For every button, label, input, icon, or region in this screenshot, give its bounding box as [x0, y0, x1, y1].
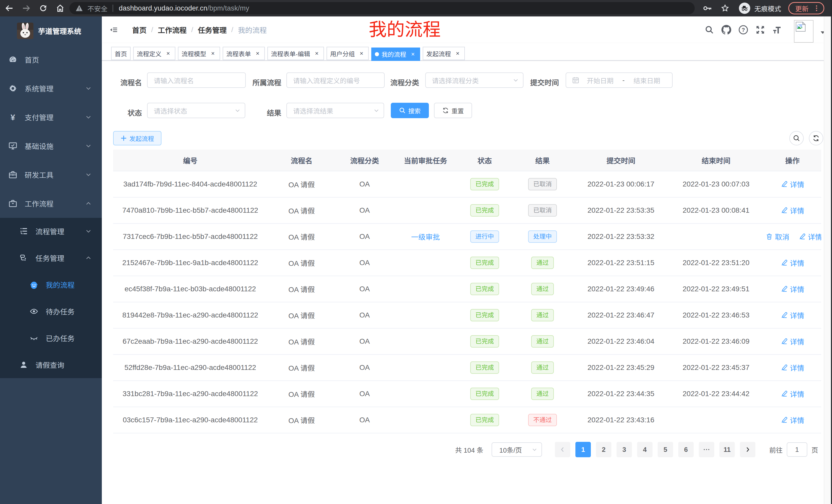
tab-流程表单-编辑[interactable]: 流程表单-编辑×: [267, 47, 324, 60]
not-secure-warning-icon[interactable]: [75, 4, 84, 13]
close-icon[interactable]: ×: [209, 50, 216, 57]
github-icon[interactable]: [718, 17, 735, 43]
breadcrumb-task[interactable]: 任务管理: [198, 25, 227, 35]
cell-name: OA 请假: [267, 223, 336, 250]
detail-link[interactable]: 详情: [799, 231, 821, 242]
sidebar-item-2[interactable]: ¥支付管理: [0, 103, 102, 132]
refresh-icon: [442, 107, 449, 114]
search-button[interactable]: 搜索: [391, 103, 429, 118]
next-page-button[interactable]: [740, 442, 755, 457]
filter-category-select[interactable]: 请选择流程分类: [425, 73, 523, 88]
cell-submit-time: 2022-01-22 23:45:29: [573, 355, 669, 381]
scrollbar-track[interactable]: [824, 17, 831, 504]
filter-time-range[interactable]: 开始日期 - 结束日期: [566, 73, 673, 88]
tab-流程定义[interactable]: 流程定义×: [133, 47, 175, 60]
sidebar-item-0[interactable]: 首页: [0, 45, 102, 74]
sidebar-item-1[interactable]: 系统管理: [0, 74, 102, 103]
close-icon[interactable]: ×: [254, 50, 261, 57]
sidebar-item-7[interactable]: 任务管理: [0, 245, 102, 271]
sidebar-item-11[interactable]: 请假查询: [0, 352, 102, 378]
sidebar-item-6[interactable]: 流程管理: [0, 218, 102, 245]
close-icon[interactable]: ×: [313, 50, 320, 57]
browser-menu-dots-icon[interactable]: [813, 4, 821, 12]
chevron-down-icon: [85, 143, 92, 149]
cell-status: 已完成: [458, 250, 512, 276]
reset-button[interactable]: 重置: [434, 103, 472, 118]
sidebar-item-3[interactable]: 基础设施: [0, 132, 102, 160]
create-process-button[interactable]: 发起流程: [113, 131, 161, 145]
address-bar[interactable]: 不安全 dashboard.yudao.iocoder.cn/bpm/task/…: [70, 2, 695, 15]
tab-我的流程[interactable]: 我的流程×: [371, 48, 420, 61]
browser-home-icon[interactable]: [53, 2, 67, 15]
page-button-6[interactable]: 6: [678, 442, 694, 457]
tab-用户分组[interactable]: 用户分组×: [327, 47, 369, 60]
detail-link[interactable]: 详情: [781, 258, 804, 268]
close-icon[interactable]: ×: [164, 50, 172, 57]
detail-link[interactable]: 详情: [781, 179, 804, 189]
detail-link[interactable]: 详情: [781, 284, 804, 294]
tab-流程表单[interactable]: 流程表单×: [223, 47, 265, 60]
sidebar-item-4[interactable]: 研发工具: [0, 160, 102, 189]
table-search-toggle-button[interactable]: [789, 131, 804, 145]
breadcrumb-home[interactable]: 首页: [132, 25, 147, 35]
bookmark-star-icon[interactable]: [718, 2, 732, 15]
cancel-link[interactable]: 取消: [766, 231, 789, 242]
hamburger-icon[interactable]: [109, 26, 118, 34]
tab-流程模型[interactable]: 流程模型×: [178, 47, 220, 60]
page-button-5[interactable]: 5: [658, 442, 673, 457]
cell-submit-time: 2022-01-22 23:51:15: [573, 250, 669, 276]
update-button[interactable]: 更新: [788, 2, 824, 15]
detail-link[interactable]: 详情: [781, 310, 804, 320]
sidebar-item-5[interactable]: 工作流程: [0, 189, 102, 218]
sidebar-item-label: 已办任务: [46, 333, 75, 343]
update-label[interactable]: 更新: [795, 4, 809, 13]
filter-status-select[interactable]: 请选择状态: [147, 103, 245, 118]
breadcrumb-workflow[interactable]: 工作流程: [158, 25, 187, 35]
more-pages-button[interactable]: [699, 442, 714, 457]
detail-link[interactable]: 详情: [781, 389, 804, 399]
date-start-input[interactable]: 开始日期: [579, 76, 621, 85]
status-badge: 已完成: [470, 178, 499, 190]
detail-link[interactable]: 详情: [781, 336, 804, 346]
browser-reload-icon[interactable]: [36, 2, 50, 15]
page-button-2[interactable]: 2: [596, 442, 612, 457]
help-icon[interactable]: ?: [735, 17, 752, 43]
page-button-11[interactable]: 11: [719, 442, 735, 457]
not-secure-label[interactable]: 不安全: [87, 4, 107, 13]
fullscreen-icon[interactable]: [752, 17, 769, 43]
tab-发起流程[interactable]: 发起流程×: [423, 47, 465, 60]
font-size-icon[interactable]: [769, 17, 786, 43]
page-button-1[interactable]: 1: [575, 442, 591, 457]
sidebar-item-9[interactable]: 待办任务: [0, 298, 102, 325]
password-key-icon[interactable]: [701, 2, 714, 15]
detail-link[interactable]: 详情: [781, 362, 804, 373]
page-button-4[interactable]: 4: [637, 442, 653, 457]
browser-back-icon[interactable]: [3, 2, 16, 15]
status-badge: 已完成: [470, 388, 499, 400]
page-size-select[interactable]: 10条/页: [492, 442, 542, 457]
date-end-input[interactable]: 结束日期: [626, 76, 668, 85]
close-icon[interactable]: ×: [358, 50, 365, 57]
task-link[interactable]: 一级审批: [411, 233, 440, 241]
avatar[interactable]: [794, 20, 813, 43]
sidebar-item-10[interactable]: 已办任务: [0, 325, 102, 352]
header-search-icon[interactable]: [701, 17, 718, 43]
tab-首页[interactable]: 首页: [111, 47, 131, 60]
url-text[interactable]: dashboard.yudao.iocoder.cn/bpm/task/my: [119, 4, 249, 12]
goto-page-input[interactable]: [787, 442, 807, 457]
filter-name-input[interactable]: 请输入流程名: [147, 73, 246, 88]
prev-page-button[interactable]: [555, 442, 570, 457]
browser-forward-icon[interactable]: [20, 2, 33, 15]
sidebar-item-label: 待办任务: [46, 306, 75, 316]
tab-label: 用户分组: [330, 49, 355, 58]
sidebar-logo[interactable]: 芋道管理系统: [0, 17, 102, 45]
table-refresh-button[interactable]: [809, 131, 823, 145]
sidebar-item-8[interactable]: 我的流程: [0, 271, 102, 298]
filter-result-select[interactable]: 请选择流结果: [286, 103, 384, 118]
close-icon[interactable]: ×: [409, 51, 417, 58]
detail-link[interactable]: 详情: [781, 205, 804, 216]
page-button-3[interactable]: 3: [617, 442, 632, 457]
close-icon[interactable]: ×: [454, 50, 461, 57]
detail-link[interactable]: 详情: [781, 415, 804, 425]
filter-parent-input[interactable]: 请输入流程定义的编号: [286, 73, 385, 88]
